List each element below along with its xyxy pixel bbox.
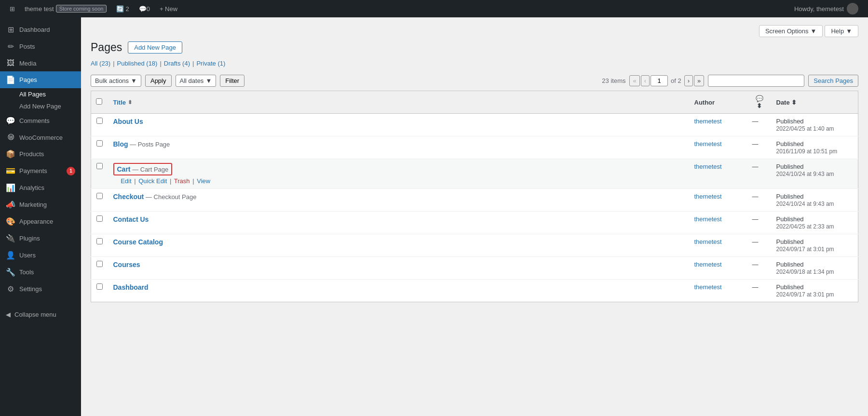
row-checkbox[interactable] <box>96 140 103 147</box>
filter-drafts[interactable]: Drafts (4) <box>164 60 190 67</box>
date-status: Published <box>776 118 804 125</box>
marketing-icon: 📣 <box>6 200 15 209</box>
title-sort-link[interactable]: Title ⬍ <box>113 99 685 106</box>
sidebar-item-woocommerce[interactable]: Ⓦ WooCommerce <box>0 129 81 146</box>
page-link[interactable]: Course Catalog <box>113 238 163 246</box>
row-checkbox[interactable] <box>96 215 103 222</box>
sidebar-item-users[interactable]: 👤 Users <box>0 247 81 264</box>
filter-all[interactable]: All (23) <box>91 60 110 67</box>
next-page-button[interactable]: › <box>684 75 693 86</box>
row-checkbox[interactable] <box>96 118 103 124</box>
author-link[interactable]: themetest <box>694 140 722 148</box>
items-count: 23 items <box>602 77 625 84</box>
sidebar-subitem-add-new-page[interactable]: Add New Page <box>0 100 81 112</box>
collapse-menu[interactable]: ◀ Collapse menu <box>0 307 81 322</box>
author-link[interactable]: themetest <box>694 283 722 291</box>
sidebar-item-tools[interactable]: 🔧 Tools <box>0 264 81 281</box>
row-comments: — <box>747 136 772 159</box>
sidebar-item-posts[interactable]: ✏ Posts <box>0 38 81 55</box>
row-date: Published 2024/09/18 at 1:34 pm <box>772 257 858 280</box>
page-link[interactable]: Blog <box>113 140 128 148</box>
sidebar-item-comments[interactable]: 💬 Comments <box>0 112 81 129</box>
sidebar-item-products[interactable]: 📦 Products <box>0 146 81 162</box>
last-page-button[interactable]: » <box>694 75 704 86</box>
filter-published[interactable]: Published (18) <box>117 60 158 67</box>
sidebar-item-analytics[interactable]: 📊 Analytics <box>0 179 81 196</box>
sidebar-item-settings[interactable]: ⚙ Settings <box>0 281 81 297</box>
row-author: themetest <box>690 114 747 136</box>
author-link[interactable]: themetest <box>694 163 722 170</box>
author-link[interactable]: themetest <box>694 261 722 268</box>
first-page-button[interactable]: « <box>629 75 639 86</box>
view-link[interactable]: View <box>197 177 210 185</box>
help-button[interactable]: Help ▼ <box>825 25 858 37</box>
sidebar-item-appearance[interactable]: 🎨 Appearance <box>0 213 81 230</box>
adminbar-new[interactable]: + New <box>156 0 181 17</box>
adminbar-howdy[interactable]: Howdy, themetest <box>790 0 862 17</box>
adminbar-comments[interactable]: 💬 0 <box>135 0 154 17</box>
page-link[interactable]: Cart <box>117 165 131 173</box>
search-pages-button[interactable]: Search Pages <box>808 75 858 87</box>
add-new-page-button[interactable]: Add New Page <box>128 41 182 54</box>
sidebar-subitem-all-pages[interactable]: All Pages <box>0 88 81 100</box>
content-area: Screen Options ▼ Help ▼ Pages Add New Pa… <box>81 17 868 312</box>
search-input[interactable] <box>708 75 804 87</box>
trash-link[interactable]: Trash <box>174 177 190 185</box>
row-checkbox[interactable] <box>96 238 103 244</box>
filter-all-link[interactable]: All (23) <box>91 60 110 67</box>
author-link[interactable]: themetest <box>694 238 722 245</box>
author-link[interactable]: themetest <box>694 118 722 125</box>
sidebar-item-payments[interactable]: 💳 Payments 1 <box>0 162 81 179</box>
page-title: Pages <box>91 41 122 54</box>
row-date: Published 2022/04/25 at 1:40 am <box>772 114 858 136</box>
filter-private[interactable]: Private (1) <box>196 60 225 67</box>
screen-options-button[interactable]: Screen Options ▼ <box>759 25 823 37</box>
select-all-checkbox[interactable] <box>96 98 102 105</box>
sidebar-item-plugins[interactable]: 🔌 Plugins <box>0 230 81 247</box>
edit-link[interactable]: Edit <box>121 177 131 185</box>
page-type: — Checkout Page <box>146 193 197 201</box>
page-link[interactable]: Checkout <box>113 193 144 201</box>
row-checkbox[interactable] <box>96 283 103 290</box>
col-title[interactable]: Title ⬍ <box>108 91 690 114</box>
row-check <box>91 257 108 280</box>
filter-button[interactable]: Filter <box>220 75 244 87</box>
date-filter-arrow: ▼ <box>205 77 212 84</box>
row-checkbox[interactable] <box>96 163 103 169</box>
page-link[interactable]: Contact Us <box>113 215 149 223</box>
filter-private-link[interactable]: Private (1) <box>196 60 225 67</box>
page-link[interactable]: Courses <box>113 261 140 268</box>
sidebar-item-pages[interactable]: 📄 Pages <box>0 71 81 88</box>
tablenav-top: Bulk actions ▼ Apply All dates ▼ Filter … <box>91 75 858 87</box>
page-number-input[interactable] <box>651 75 668 86</box>
quick-edit-link[interactable]: Quick Edit <box>138 177 167 185</box>
filter-drafts-link[interactable]: Drafts (4) <box>164 60 190 67</box>
date-filter-select[interactable]: All dates ▼ <box>176 75 217 87</box>
admin-bar: ⊞ theme test Store coming soon 🔄 2 💬 0 +… <box>0 0 868 17</box>
row-checkbox[interactable] <box>96 261 103 267</box>
sidebar-item-dashboard[interactable]: ⊞ Dashboard <box>0 21 81 38</box>
filter-published-link[interactable]: Published (18) <box>117 60 158 67</box>
prev-page-button[interactable]: ‹ <box>641 75 650 86</box>
row-comments: — <box>747 212 772 234</box>
sidebar-item-media[interactable]: 🖼 Media <box>0 55 81 71</box>
row-checkbox[interactable] <box>96 193 103 199</box>
page-link[interactable]: About Us <box>113 118 143 125</box>
adminbar-updates[interactable]: 🔄 2 <box>112 0 133 17</box>
bulk-actions-select[interactable]: Bulk actions ▼ <box>91 75 141 87</box>
date-status: Published <box>776 163 804 170</box>
row-author: themetest <box>690 212 747 234</box>
col-date: Date ⬍ <box>772 91 858 114</box>
apply-button[interactable]: Apply <box>145 75 172 87</box>
author-link[interactable]: themetest <box>694 215 722 223</box>
page-link[interactable]: Dashboard <box>113 283 149 291</box>
author-link[interactable]: themetest <box>694 193 722 200</box>
comment-dash: — <box>752 215 759 223</box>
comment-dash: — <box>752 140 759 148</box>
adminbar-site-name[interactable]: theme test Store coming soon <box>21 0 110 17</box>
cart-title-bordered: Cart — Cart Page <box>113 163 173 175</box>
row-check <box>91 159 108 189</box>
sidebar-item-marketing[interactable]: 📣 Marketing <box>0 196 81 213</box>
adminbar-wp-logo[interactable]: ⊞ <box>6 0 19 17</box>
row-date: Published 2024/10/24 at 9:43 am <box>772 189 858 212</box>
